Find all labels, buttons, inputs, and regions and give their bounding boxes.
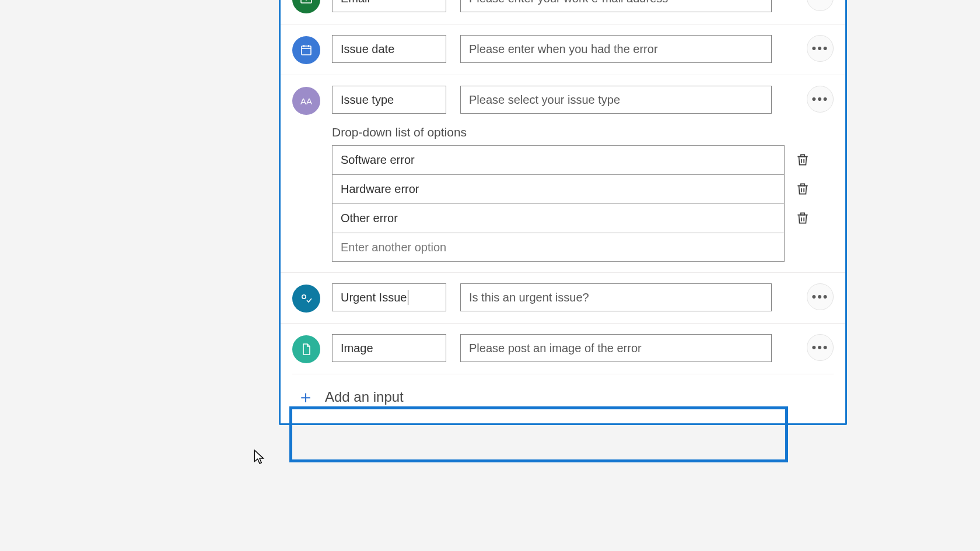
image-desc-input[interactable] [460,334,772,362]
urgent-name-input[interactable] [332,283,446,311]
dropdown-options-block: Drop-down list of options [332,125,834,262]
issue-type-more-button[interactable]: ••• [807,86,834,113]
text-icon: AA [292,87,320,115]
email-icon [292,0,320,13]
issue-date-desc-input[interactable] [460,35,772,63]
dropdown-option-input[interactable] [332,203,785,233]
input-row-email: ••• [281,0,845,24]
file-icon [292,335,320,363]
svg-point-2 [302,295,306,299]
mouse-cursor-icon [253,449,266,465]
input-row-urgent: ••• [281,273,845,324]
plus-icon: ＋ [297,388,314,406]
dropdown-new-option-input[interactable] [332,233,785,262]
urgent-more-button[interactable]: ••• [807,283,834,310]
dropdown-label: Drop-down list of options [332,125,834,139]
input-row-issue-type: AA ••• Drop-down list of options [281,75,845,273]
dropdown-option-input[interactable] [332,145,785,174]
issue-date-name-input[interactable] [332,35,446,63]
dropdown-option-input[interactable] [332,174,785,203]
urgent-desc-input[interactable] [460,283,772,311]
input-row-image: ••• [281,324,845,374]
trash-icon[interactable] [795,209,810,227]
image-more-button[interactable]: ••• [807,334,834,361]
email-more-button[interactable]: ••• [807,0,834,11]
calendar-icon [292,36,320,64]
issue-type-name-input[interactable] [332,86,446,114]
trash-icon[interactable] [795,151,810,169]
email-desc-input[interactable] [460,0,772,12]
svg-rect-1 [302,46,311,55]
input-row-issue-date: ••• [281,24,845,75]
email-name-input[interactable] [332,0,446,12]
issue-type-desc-input[interactable] [460,86,772,114]
trash-icon[interactable] [795,180,810,198]
yesno-icon [292,285,320,313]
trigger-inputs-card: ••• ••• AA ••• Drop- [279,0,847,425]
image-name-input[interactable] [332,334,446,362]
add-input-label: Add an input [325,389,404,405]
add-input-button[interactable]: ＋ Add an input [281,374,845,406]
issue-date-more-button[interactable]: ••• [807,35,834,62]
